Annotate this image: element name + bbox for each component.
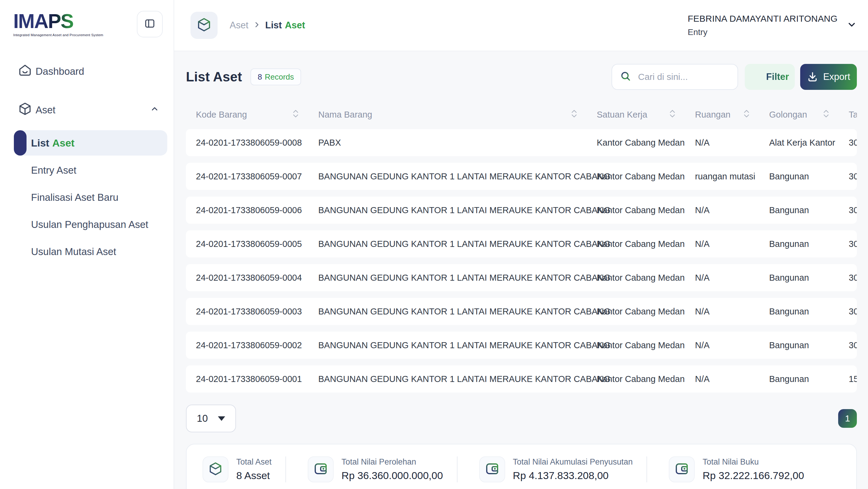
cell-satuan-kerja: Kantor Cabang Medan	[597, 374, 695, 384]
search-box[interactable]	[612, 64, 738, 90]
toolbar: List Aset 8 Records Filter	[186, 64, 857, 90]
stat-divider	[457, 456, 458, 482]
table-column-header[interactable]: Kode Barang	[196, 109, 318, 120]
main-content: List Aset 8 Records Filter	[174, 51, 868, 489]
cell-kode-barang: 24-0201-1733806059-0001	[196, 374, 318, 384]
sidebar-subitem[interactable]: Entry Aset	[0, 157, 174, 184]
table-row[interactable]: 24-0201-1733806059-0002 BANGUNAN GEDUNG …	[186, 332, 857, 359]
export-button[interactable]: Export	[800, 64, 857, 90]
stat-value: Rp 32.222.166.792,00	[703, 470, 804, 482]
cell-ruangan: ruangan mutasi	[695, 172, 769, 182]
wallet-icon	[485, 462, 499, 477]
cell-golongan: Bangunan	[769, 239, 849, 249]
chevron-up-icon	[150, 104, 159, 116]
app-logo-tagline: Integrated Management Asset and Procurem…	[13, 33, 103, 37]
sidebar-item-label: List	[31, 137, 49, 149]
search-input[interactable]	[638, 71, 730, 82]
cell-golongan: Bangunan	[769, 273, 849, 283]
sidebar-item-list-aset[interactable]: List Aset	[14, 130, 167, 156]
cell-satuan-kerja: Kantor Cabang Medan	[597, 239, 695, 249]
cell-satuan-kerja: Kantor Cabang Medan	[597, 138, 695, 148]
summary-stat: Total Aset 8 Asset	[203, 456, 272, 482]
cell-ruangan: N/A	[695, 374, 769, 384]
page-button-current[interactable]: 1	[838, 409, 857, 428]
table-column-header[interactable]: Ruangan	[695, 109, 769, 120]
cell-satuan-kerja: Kantor Cabang Medan	[597, 307, 695, 316]
page-size-select[interactable]: 10	[186, 405, 236, 432]
cell-satuan-kerja: Kantor Cabang Medan	[597, 205, 695, 215]
breadcrumb-icon-box	[190, 12, 218, 39]
user-menu[interactable]: FEBRINA DAMAYANTI ARITONANG Entry	[688, 13, 857, 37]
breadcrumb-parent[interactable]: Aset	[230, 20, 248, 31]
page-size-value: 10	[197, 413, 208, 424]
sort-icon[interactable]	[823, 109, 830, 120]
table-column-header[interactable]: Satuan Kerja	[597, 109, 695, 120]
cell-nama-barang: BANGUNAN GEDUNG KANTOR 1 LANTAI MERAUKE …	[318, 374, 597, 384]
cell-nama-barang: BANGUNAN GEDUNG KANTOR 1 LANTAI MERAUKE …	[318, 273, 597, 283]
cell-ta: 15	[849, 374, 857, 384]
stat-label: Total Nilai Buku	[703, 457, 804, 467]
cell-golongan: Bangunan	[769, 307, 849, 316]
table-column-header[interactable]: Ta	[849, 109, 857, 120]
sort-icon[interactable]	[743, 109, 750, 120]
sidebar-item-dashboard[interactable]: Dashboard	[0, 59, 174, 84]
sidebar: IMAPS Integrated Management Asset and Pr…	[0, 0, 174, 489]
sort-icon[interactable]	[292, 109, 299, 120]
cell-ruangan: N/A	[695, 138, 769, 148]
stat-value: Rp 4.137.833.208,00	[513, 470, 633, 482]
table-row[interactable]: 24-0201-1733806059-0007 BANGUNAN GEDUNG …	[186, 163, 857, 190]
cell-nama-barang: BANGUNAN GEDUNG KANTOR 1 LANTAI MERAUKE …	[318, 172, 597, 182]
table-row[interactable]: 24-0201-1733806059-0004 BANGUNAN GEDUNG …	[186, 264, 857, 291]
table-row[interactable]: 24-0201-1733806059-0006 BANGUNAN GEDUNG …	[186, 196, 857, 224]
sort-icon[interactable]	[571, 109, 578, 120]
table-row[interactable]: 24-0201-1733806059-0005 BANGUNAN GEDUNG …	[186, 230, 857, 257]
sidebar-subitem[interactable]: Finalisasi Aset Baru	[0, 184, 174, 211]
asset-table: Kode Barang Nama Barang	[186, 107, 857, 393]
table-row[interactable]: 24-0201-1733806059-0008 PABX Kantor Caba…	[186, 129, 857, 156]
cell-kode-barang: 24-0201-1733806059-0003	[196, 307, 318, 316]
cell-nama-barang: BANGUNAN GEDUNG KANTOR 1 LANTAI MERAUKE …	[318, 239, 597, 249]
filter-button[interactable]: Filter	[745, 64, 795, 90]
summary-card: Total Aset 8 Asset	[186, 444, 857, 489]
sidebar-item-label: Aset	[52, 137, 74, 149]
table-row[interactable]: 24-0201-1733806059-0001 BANGUNAN GEDUNG …	[186, 365, 857, 393]
sidebar-item-aset[interactable]: Aset	[0, 98, 174, 122]
summary-stat: Total Nilai Buku Rp 32.222.166.792,00	[632, 456, 804, 482]
sort-icon[interactable]	[669, 109, 676, 120]
cube-icon	[196, 17, 212, 33]
cell-ta: 30	[849, 205, 857, 215]
wallet-icon	[675, 462, 689, 477]
table-row[interactable]: 24-0201-1733806059-0003 BANGUNAN GEDUNG …	[186, 298, 857, 325]
stat-label: Total Nilai Perolehan	[341, 457, 443, 467]
stat-value: 8 Asset	[236, 470, 272, 482]
sidebar-collapse-button[interactable]	[137, 11, 163, 37]
table-column-header[interactable]: Golongan	[769, 109, 849, 120]
app-logo: IMAPS Integrated Management Asset and Pr…	[13, 11, 103, 37]
cell-satuan-kerja: Kantor Cabang Medan	[597, 273, 695, 283]
topbar: Aset List Aset FEBRINA DAMAYANTI ARITONA…	[174, 0, 868, 51]
summary-stat: Total Nilai Perolehan Rp 36.360.000.000,…	[272, 456, 443, 482]
cell-kode-barang: 24-0201-1733806059-0005	[196, 239, 318, 249]
chevron-down-icon	[846, 20, 857, 31]
cell-nama-barang: BANGUNAN GEDUNG KANTOR 1 LANTAI MERAUKE …	[318, 307, 597, 316]
cell-ruangan: N/A	[695, 307, 769, 316]
caret-down-icon	[218, 416, 225, 421]
user-role: Entry	[688, 27, 707, 37]
cell-kode-barang: 24-0201-1733806059-0007	[196, 172, 318, 182]
stat-value: Rp 36.360.000.000,00	[341, 470, 443, 482]
sidebar-subitem[interactable]: Usulan Penghapusan Aset	[0, 211, 174, 238]
table-column-header[interactable]: Nama Barang	[318, 109, 597, 120]
cell-golongan: Bangunan	[769, 172, 849, 182]
cell-ta: 30	[849, 172, 857, 182]
cell-satuan-kerja: Kantor Cabang Medan	[597, 340, 695, 350]
cell-golongan: Bangunan	[769, 374, 849, 384]
sidebar-subitem[interactable]: Usulan Mutasi Aset	[0, 238, 174, 265]
stat-label: Total Aset	[236, 457, 272, 467]
cell-ruangan: N/A	[695, 205, 769, 215]
stat-icon-box	[669, 456, 695, 482]
cell-ruangan: N/A	[695, 273, 769, 283]
stat-icon-box	[479, 456, 505, 482]
cell-ruangan: N/A	[695, 340, 769, 350]
breadcrumb-current: List Aset	[265, 20, 305, 31]
stat-icon-box	[203, 456, 228, 482]
